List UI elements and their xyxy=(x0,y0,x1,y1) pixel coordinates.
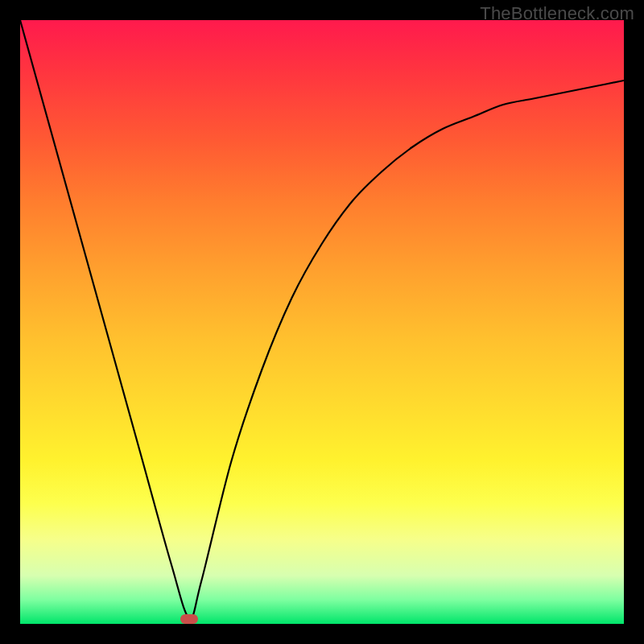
minimum-marker xyxy=(180,614,198,624)
plot-frame xyxy=(20,20,624,624)
bottleneck-curve xyxy=(20,20,624,624)
